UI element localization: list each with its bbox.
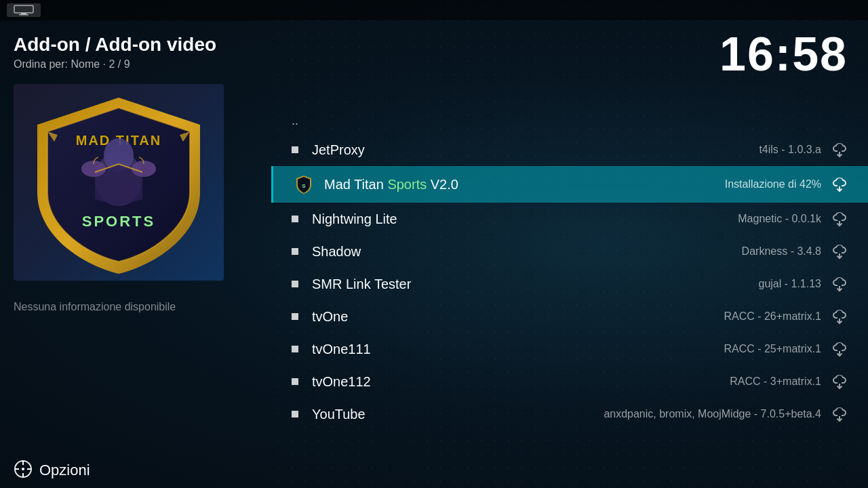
bullet-icon [292,411,298,418]
download-icon [831,308,848,325]
download-icon [831,341,848,357]
clock: 16:58 [719,27,848,81]
item-name: Shadow [312,244,742,260]
options-label: Opzioni [39,462,90,479]
item-meta: RACC - 3+matrix.1 [730,375,821,388]
download-icon [831,373,848,390]
left-panel: Add-on / Add-on video Ordina per: Nome ·… [0,20,271,488]
download-icon [831,142,848,158]
item-name: tvOne [312,309,724,325]
list-item[interactable]: tvOne112 RACC - 3+matrix.1 [271,365,868,398]
bullet-icon [292,313,298,320]
svg-rect-1 [21,13,26,14]
download-icon [831,243,848,260]
bottom-options[interactable]: Opzioni [0,460,271,481]
item-name: Mad Titan Sports V2.0 [324,177,725,192]
bullet-icon [292,346,298,352]
options-icon [14,460,33,481]
item-meta: gujal - 1.1.13 [758,278,821,290]
item-name: tvOne112 [312,374,730,390]
addon-image: MAD TITAN SPORTS [14,84,224,281]
list-item[interactable]: tvOne111 RACC - 25+matrix.1 [271,333,868,365]
item-meta: RACC - 26+matrix.1 [724,310,821,323]
item-name: JetProxy [312,142,759,158]
svg-text:S: S [302,183,306,189]
item-meta: anxdpanic, bromix, MoojMidge - 7.0.5+bet… [604,408,821,420]
item-meta: Installazione di 42% [725,178,821,190]
list-item[interactable]: JetProxy t4ils - 1.0.3.a [271,134,868,166]
item-meta: RACC - 25+matrix.1 [724,343,821,355]
download-icon [831,276,848,292]
download-icon [831,406,848,422]
bullet-icon [292,281,298,287]
page-subtitle: Ordina per: Nome · 2 / 9 [14,58,130,70]
download-icon [831,211,848,227]
top-bar [0,0,868,20]
download-icon [831,176,848,192]
bullet-icon [292,248,298,255]
list-item[interactable]: YouTube anxdpanic, bromix, MoojMidge - 7… [271,398,868,430]
list-item-selected[interactable]: S Mad Titan Sports V2.0 Installazione di… [271,166,868,203]
item-name: SMR Link Tester [312,277,758,292]
svg-text:SPORTS: SPORTS [82,213,155,230]
svg-rect-0 [14,5,33,13]
bullet-icon [292,216,298,222]
item-meta: Magnetic - 0.0.1k [738,213,821,225]
list-item[interactable]: Shadow Darkness - 3.4.8 [271,235,868,268]
list-item[interactable]: SMR Link Tester gujal - 1.1.13 [271,268,868,300]
item-name: YouTube [312,407,604,422]
no-info-text: Nessuna informazione disponibile [14,301,176,313]
item-name: tvOne111 [312,342,724,357]
addon-logo-svg: MAD TITAN SPORTS [24,91,214,274]
page-title: Add-on / Add-on video [14,34,216,56]
list-item[interactable]: Nightwing Lite Magnetic - 0.0.1k [271,203,868,235]
item-meta: Darkness - 3.4.8 [742,245,821,258]
list-item[interactable]: tvOne RACC - 26+matrix.1 [271,300,868,333]
parent-dir-item[interactable]: .. [271,108,868,134]
svg-point-13 [22,468,24,470]
item-meta: t4ils - 1.0.3.a [759,144,821,156]
addon-icon: S [294,174,314,195]
right-panel: .. JetProxy t4ils - 1.0.3.a S Mad Titan … [271,20,868,488]
item-name: Nightwing Lite [312,211,738,227]
bullet-icon [292,378,298,385]
display-icon [7,3,41,17]
bullet-icon [292,146,298,153]
svg-rect-2 [19,14,28,16]
